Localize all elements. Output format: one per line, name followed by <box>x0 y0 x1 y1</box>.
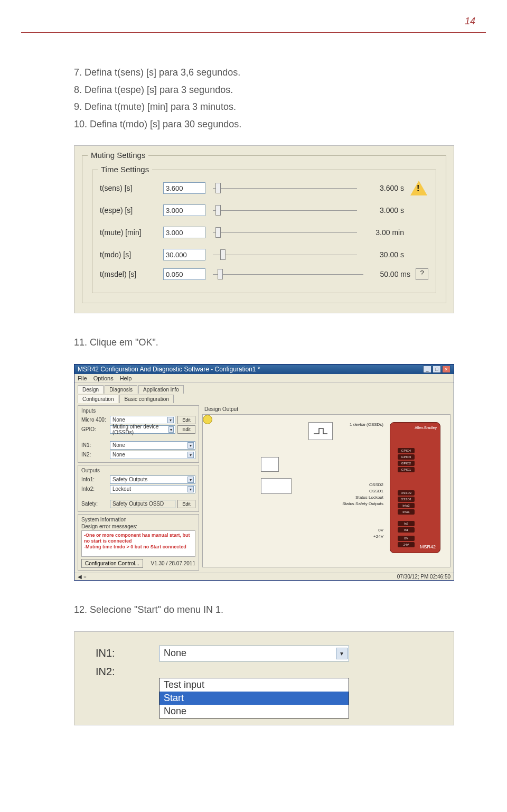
tabs-top: Design Diagnosis Application info <box>78 385 450 394</box>
input-tmdo[interactable]: 30.000 <box>163 249 205 260</box>
row-tmdo: t(mdo) [s] 30.000 30.00 s <box>100 246 428 263</box>
tab-configuration[interactable]: Configuration <box>78 395 118 403</box>
muting-settings-panel: Muting Settings Time Settings t(sens) [s… <box>74 145 454 313</box>
msr42-module: Allen-Bradley MSR42 GPIO4 GPIO3 GPIO2 GP… <box>390 422 440 553</box>
in1-label: IN1: <box>81 442 108 448</box>
err-label: Design error messages: <box>81 524 195 529</box>
slider-tmute[interactable] <box>213 227 357 238</box>
chip-gpio3: GPIO3 <box>398 454 415 460</box>
label-24v: +24V <box>373 534 383 539</box>
slider-tespe[interactable] <box>213 205 357 216</box>
gpio-edit-button[interactable]: Edit <box>177 425 195 434</box>
in1-dropdown-list[interactable]: Test input Start None <box>159 678 349 718</box>
wiring-block-2 <box>261 478 292 494</box>
option-test-input[interactable]: Test input <box>159 678 349 692</box>
status-right: 07/30/12; PM 02:46:50 <box>397 574 450 580</box>
chip-gpio4: GPIO4 <box>398 448 415 453</box>
sysinfo-title: System information <box>81 517 195 524</box>
label-status-safety: Status Safety Outputs <box>342 501 383 506</box>
step-9: 9. Defina t(mute) [min] para 3 minutos. <box>74 99 454 115</box>
input-tsens[interactable]: 3.600 <box>163 182 205 194</box>
ossd-device-block <box>308 422 333 440</box>
label-0v: 0V <box>378 528 383 533</box>
safety-edit-button[interactable]: Edit <box>177 500 195 508</box>
close-button[interactable]: × <box>442 366 450 373</box>
outputs-panel: Outputs Info1: Safety Outputs▾ Info2: Lo… <box>78 465 199 512</box>
wiring-block-1 <box>261 457 279 472</box>
input-tespe[interactable]: 3.000 <box>163 204 205 216</box>
slider-tmsdel[interactable] <box>213 269 363 279</box>
row-tespe: t(espe) [s] 3.000 3.000 s <box>100 202 428 219</box>
slider-tsens[interactable] <box>213 183 357 193</box>
warning-icon <box>409 180 428 197</box>
in1-combo[interactable]: None▾ <box>110 441 195 450</box>
sensor-icon <box>313 426 328 436</box>
in2-label: IN2: <box>81 452 108 458</box>
micro400-edit-button[interactable]: Edit <box>177 416 195 424</box>
label-tespe: t(espe) [s] <box>100 206 158 214</box>
module-brand: Allen-Bradley <box>415 426 437 430</box>
error-messages: -One or more component has manual start,… <box>81 530 195 557</box>
group-title-inner: Time Settings <box>98 165 152 174</box>
menu-options[interactable]: Options <box>93 375 114 381</box>
option-start[interactable]: Start <box>159 692 349 705</box>
maximize-button[interactable]: □ <box>433 366 441 373</box>
menubar: File Options Help <box>74 374 454 383</box>
in2-big-label: IN2: <box>96 666 138 678</box>
tab-basicconfig[interactable]: Basic configuration <box>119 395 174 403</box>
label-ossd1: OSSD1 <box>369 489 383 493</box>
chevron-down-icon: ▾ <box>187 442 194 449</box>
micro400-combo[interactable]: None▾ <box>110 416 175 424</box>
statusbar: ◀ ○ 07/30/12; PM 02:46:50 <box>74 573 454 580</box>
row-tmsdel: t(msdel) [s] 0.050 50.00 ms ? <box>100 268 428 280</box>
chip-info1: Info1 <box>398 509 415 515</box>
gpio-label: GPIO: <box>81 426 108 432</box>
tab-design[interactable]: Design <box>78 385 104 394</box>
spacer <box>409 224 428 241</box>
chip-in2: In2 <box>398 521 415 526</box>
label-ossd2: OSSD2 <box>369 482 383 487</box>
micro400-label: Micro 400: <box>81 417 108 423</box>
configuration-control-button[interactable]: Configuration Control... <box>81 559 143 568</box>
chip-info2: Info2 <box>398 503 415 508</box>
info2-combo[interactable]: Lockout▾ <box>110 485 195 493</box>
chip-24v: 24V <box>398 542 415 547</box>
chevron-down-icon: ▾ <box>336 648 348 659</box>
in-selection-panel: IN1: None ▾ IN2: Test input Start None <box>74 631 454 725</box>
menu-help[interactable]: Help <box>120 375 132 381</box>
tabs-sub: Configuration Basic configuration <box>78 395 450 403</box>
help-button[interactable]: ? <box>416 268 428 280</box>
step-11: 11. Clique em "OK". <box>74 334 454 351</box>
top-rule <box>21 32 486 33</box>
tab-diagnosis[interactable]: Diagnosis <box>105 385 137 394</box>
tab-appinfo[interactable]: Application info <box>138 385 184 394</box>
safety-field: Safety Outputs OSSD <box>110 500 175 508</box>
window-title: MSR42 Configuration And Diagnostic Softw… <box>78 366 260 373</box>
in1-big-combo[interactable]: None ▾ <box>159 646 349 661</box>
design-output-area: 1 device (OSSDs) +24V Lamp Allen-Bradley… <box>202 414 450 567</box>
chevron-down-icon: ▾ <box>167 417 174 423</box>
chevron-down-icon: ▾ <box>168 426 174 433</box>
info1-combo[interactable]: Safety Outputs▾ <box>110 475 195 484</box>
titlebar: MSR42 Configuration And Diagnostic Softw… <box>74 365 454 374</box>
calc-tsens: 3.600 s <box>364 184 404 192</box>
minimize-button[interactable]: _ <box>423 366 431 373</box>
group-title-outer: Muting Settings <box>88 151 148 160</box>
chip-in1: In1 <box>398 527 415 533</box>
input-tmute[interactable]: 3.000 <box>163 227 205 238</box>
chip-ossd1: OSSD1 <box>398 497 415 502</box>
calc-tmsdel: 50.00 ms <box>371 270 410 278</box>
step-12: 12. Selecione "Start" do menu IN 1. <box>74 602 454 618</box>
in2-combo[interactable]: None▾ <box>110 451 195 459</box>
chip-gpio1: GPIO1 <box>398 467 415 472</box>
option-none[interactable]: None <box>159 705 349 718</box>
spacer <box>409 246 428 263</box>
row-tmute: t(mute) [min] 3.000 3.00 min <box>100 224 428 241</box>
chevron-down-icon: ▾ <box>187 452 194 458</box>
chip-gpio2: GPIO2 <box>398 461 415 466</box>
input-tmsdel[interactable]: 0.050 <box>163 268 205 280</box>
menu-file[interactable]: File <box>78 375 87 381</box>
gpio-combo[interactable]: Muting other device (OSSDs)▾ <box>110 425 175 434</box>
slider-tmdo[interactable] <box>213 249 357 260</box>
label-1device: 1 device (OSSDs) <box>350 422 383 427</box>
